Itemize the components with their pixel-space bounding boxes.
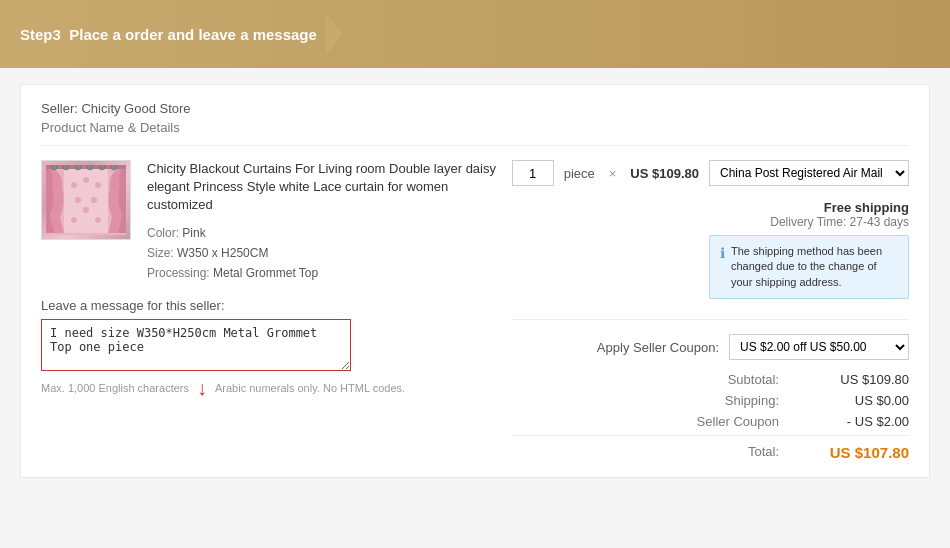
summary-table: Subtotal: US $109.80 Shipping: US $0.00 … xyxy=(512,372,909,461)
left-area: Chicity Blackout Curtains For Living roo… xyxy=(41,160,512,398)
svg-point-3 xyxy=(83,177,89,183)
color-attr: Color: Pink xyxy=(147,223,512,243)
notice-text: The shipping method has been changed due… xyxy=(731,244,898,290)
coupon-select[interactable]: US $2.00 off US $50.00 No coupon xyxy=(729,334,909,360)
message-section: Leave a message for this seller: I need … xyxy=(41,298,512,398)
seller-coupon-value: - US $2.00 xyxy=(819,414,909,429)
seller-label: Seller: xyxy=(41,101,78,116)
processing-value: Metal Grommet Top xyxy=(213,266,318,280)
svg-point-13 xyxy=(75,165,81,170)
total-label: Total: xyxy=(679,444,779,461)
svg-point-11 xyxy=(51,165,57,170)
message-textarea[interactable]: I need size W350*H250cm Metal Grommet To… xyxy=(41,319,351,371)
step-title: Place a order and leave a message xyxy=(69,26,317,43)
product-details: Chicity Blackout Curtains For Living roo… xyxy=(147,160,512,284)
total-row: Total: US $107.80 xyxy=(512,435,909,461)
step-number: Step3 xyxy=(20,26,61,43)
subtotal-value: US $109.80 xyxy=(819,372,909,387)
size-value: W350 x H250CM xyxy=(177,246,268,260)
product-attributes: Color: Pink Size: W350 x H250CM Processi… xyxy=(147,223,512,284)
delivery-time: Delivery Time: 27-43 days xyxy=(770,215,909,229)
svg-point-16 xyxy=(111,165,117,170)
svg-point-7 xyxy=(83,207,89,213)
quantity-input[interactable]: 1 xyxy=(512,160,554,186)
free-shipping-box: Free shipping Delivery Time: 27-43 days xyxy=(770,200,909,229)
coupon-label: Apply Seller Coupon: xyxy=(597,340,719,355)
processing-label: Processing: xyxy=(147,266,210,280)
color-label: Color: xyxy=(147,226,179,240)
shipping-row: Shipping: US $0.00 xyxy=(512,393,909,408)
svg-point-15 xyxy=(99,165,105,170)
shipping-method-select[interactable]: China Post Registered Air Mail ePacket D… xyxy=(709,160,909,186)
free-shipping-label: Free shipping xyxy=(770,200,909,215)
svg-point-2 xyxy=(71,182,77,188)
step-header: Step3 Place a order and leave a message xyxy=(0,0,950,68)
color-value: Pink xyxy=(182,226,205,240)
product-image xyxy=(41,160,131,240)
processing-attr: Processing: Metal Grommet Top xyxy=(147,263,512,283)
product-title: Chicity Blackout Curtains For Living roo… xyxy=(147,160,512,215)
times-symbol: × xyxy=(609,166,617,181)
size-attr: Size: W350 x H250CM xyxy=(147,243,512,263)
info-icon: ℹ xyxy=(720,245,725,290)
product-and-right: Chicity Blackout Curtains For Living roo… xyxy=(41,160,909,461)
coupon-row: Apply Seller Coupon: US $2.00 off US $50… xyxy=(512,334,909,360)
seller-coupon-label: Seller Coupon xyxy=(679,414,779,429)
seller-coupon-row: Seller Coupon - US $2.00 xyxy=(512,414,909,429)
product-row: Chicity Blackout Curtains For Living roo… xyxy=(41,160,512,284)
shipping-label: Shipping: xyxy=(679,393,779,408)
svg-point-4 xyxy=(95,182,101,188)
svg-point-6 xyxy=(91,197,97,203)
hint-text-after: Arabic numerals only. No HTML codes. xyxy=(215,382,405,394)
message-label: Leave a message for this seller: xyxy=(41,298,512,313)
unit-text: piece xyxy=(564,166,595,181)
order-summary: Apply Seller Coupon: US $2.00 off US $50… xyxy=(512,319,909,461)
header-arrow xyxy=(325,12,343,56)
shipping-value: US $0.00 xyxy=(819,393,909,408)
svg-point-5 xyxy=(75,197,81,203)
svg-point-14 xyxy=(87,165,93,170)
product-section-label: Product Name & Details xyxy=(41,120,909,146)
main-content: Seller: Chicity Good Store Product Name … xyxy=(20,84,930,478)
middle-right: 1 piece × US $109.80 China Post Register… xyxy=(512,160,909,461)
shipping-notice: ℹ The shipping method has been changed d… xyxy=(709,235,909,299)
svg-rect-1 xyxy=(64,167,108,233)
svg-point-8 xyxy=(71,217,77,223)
hint-text-before: Max. 1,000 English characters xyxy=(41,382,189,394)
svg-point-12 xyxy=(63,165,69,170)
size-label: Size: xyxy=(147,246,174,260)
total-value: US $107.80 xyxy=(819,444,909,461)
subtotal-label: Subtotal: xyxy=(679,372,779,387)
svg-point-9 xyxy=(95,217,101,223)
curtain-illustration xyxy=(46,165,126,235)
subtotal-row: Subtotal: US $109.80 xyxy=(512,372,909,387)
seller-info: Seller: Chicity Good Store xyxy=(41,101,909,116)
qty-price-row: 1 piece × US $109.80 China Post Register… xyxy=(512,160,909,186)
product-price: US $109.80 xyxy=(630,166,699,181)
message-hint: Max. 1,000 English characters ↓ Arabic n… xyxy=(41,378,512,398)
seller-name: Chicity Good Store xyxy=(81,101,190,116)
arrow-down-icon: ↓ xyxy=(197,378,207,398)
